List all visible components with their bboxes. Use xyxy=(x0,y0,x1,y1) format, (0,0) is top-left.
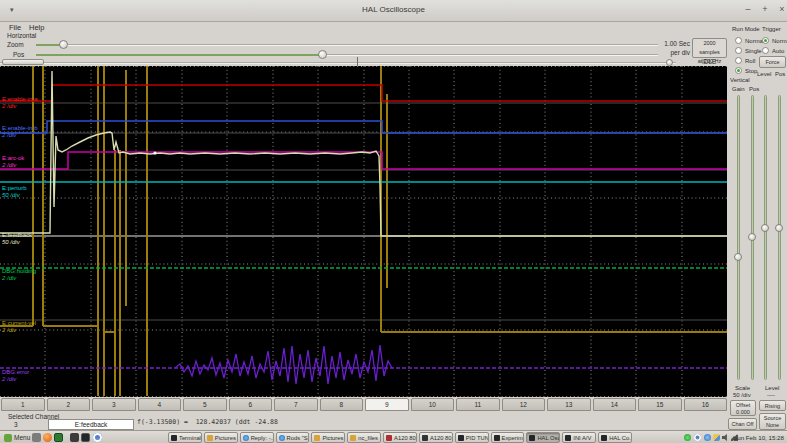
channel-tab-12[interactable]: 12 xyxy=(502,398,546,411)
channel-label-feedback: E:feedback50 /div xyxy=(2,232,32,246)
trigger-pos-slider-thumb[interactable] xyxy=(775,224,783,232)
pos-slider-thumb[interactable] xyxy=(318,50,327,59)
vertical-gain-label: Gain xyxy=(732,86,745,92)
channel-tab-1[interactable]: 1 xyxy=(1,398,45,411)
taskbar-window-ini-av[interactable]: INI A/V xyxy=(562,432,596,443)
vertical-pos-label: Pos xyxy=(749,86,759,92)
maximize-button[interactable]: + xyxy=(759,4,771,14)
samples-rate-button[interactable]: 2000 samples at 200 Hz xyxy=(692,38,727,58)
taskbar-clock[interactable]: Sun Feb 10, 15:28 xyxy=(733,434,784,441)
browser-icon xyxy=(243,435,249,441)
gain-slider-thumb[interactable] xyxy=(734,253,742,261)
terminal-icon xyxy=(458,435,464,441)
channel-label-error: DBG:error2 /div xyxy=(2,369,29,383)
scope-display[interactable]: E:enable-in-a2 /div E:enable-in-b2 /div … xyxy=(0,66,727,397)
title-bar[interactable]: ▾ HAL Oscilloscope – + × xyxy=(0,0,787,22)
zoom-slider-thumb[interactable] xyxy=(59,40,68,49)
taskbar-window-a120-1[interactable]: A120 80... xyxy=(383,432,417,443)
channel-tab-10[interactable]: 10 xyxy=(411,398,455,411)
sweep-scrollbar-knob[interactable] xyxy=(666,59,673,66)
trigger-radio-normal[interactable] xyxy=(762,37,769,44)
terminal-icon xyxy=(494,435,500,441)
channel-tab-6[interactable]: 6 xyxy=(229,398,273,411)
scale-label: Scale xyxy=(735,385,750,391)
run-mode-radio-roll[interactable] xyxy=(735,57,742,64)
trigger-radio-auto[interactable] xyxy=(762,47,769,54)
channel-tab-4[interactable]: 4 xyxy=(138,398,182,411)
files-launcher-icon[interactable] xyxy=(70,433,79,442)
trigger-level-slider-thumb[interactable] xyxy=(761,224,769,232)
cursor-marker-dot xyxy=(153,151,156,154)
channel-tab-3[interactable]: 3 xyxy=(92,398,136,411)
taskbar-window-pictures[interactable]: Pictures xyxy=(204,432,238,443)
trigger-level-slider-track[interactable] xyxy=(764,95,767,380)
pos-label: Pos xyxy=(13,51,24,58)
sweep-scrollbar[interactable] xyxy=(0,62,676,64)
gain-slider-track[interactable] xyxy=(737,95,740,380)
trigger-option-normal[interactable]: Normal xyxy=(772,38,787,44)
trigger-source-button[interactable]: Source None xyxy=(759,413,786,430)
minimize-button[interactable]: – xyxy=(742,4,754,14)
firefox-launcher-icon[interactable] xyxy=(43,433,52,442)
taskbar-window-a120-2[interactable]: A120 80... xyxy=(419,432,453,443)
trigger-pos-slider-track[interactable] xyxy=(778,95,781,380)
channel-tab-2[interactable]: 2 xyxy=(47,398,91,411)
start-menu-button[interactable]: Menu xyxy=(1,432,33,443)
run-mode-option-stop[interactable]: Stop xyxy=(745,68,757,74)
channel-tab-9[interactable]: 9 xyxy=(365,398,409,411)
channel-tab-11[interactable]: 11 xyxy=(456,398,500,411)
channel-tab-15[interactable]: 15 xyxy=(638,398,682,411)
sweep-scrollbar-thumb[interactable] xyxy=(2,59,44,65)
selected-channel-input[interactable]: E:feedback xyxy=(48,419,134,430)
channel-tab-14[interactable]: 14 xyxy=(593,398,637,411)
zoom-label: Zoom xyxy=(7,41,24,48)
vertical-pos-slider-thumb[interactable] xyxy=(748,233,756,241)
trigger-option-auto[interactable]: Auto xyxy=(772,48,784,54)
chan-off-button[interactable]: Chan Off xyxy=(728,418,757,430)
chrome-launcher-icon[interactable] xyxy=(93,433,102,442)
display-launcher-icon[interactable] xyxy=(54,433,63,442)
run-mode-option-roll[interactable]: Roll xyxy=(745,58,755,64)
pos-slider-fill xyxy=(36,54,322,56)
taskbar-window-hal-osc[interactable]: HAL Osc... xyxy=(526,432,560,443)
channel-label-arc-ok: E:arc-ok2 /div xyxy=(2,155,24,169)
chrome-tray-icon[interactable] xyxy=(694,434,701,441)
taskbar-window-reply[interactable]: Reply: -... xyxy=(240,432,274,443)
channel-label-holding: DBG:holding2 /div xyxy=(2,268,36,282)
taskbar-window-terminal[interactable]: Terminal xyxy=(168,432,202,443)
taskbar-window-hal-co[interactable]: HAL Co... xyxy=(598,432,632,443)
pencil-launcher-icon[interactable] xyxy=(32,433,41,442)
close-button[interactable]: × xyxy=(776,4,787,14)
offset-button[interactable]: Offset 0.000 xyxy=(730,400,756,416)
taskbar-window-pid-tune[interactable]: PID TUNE xyxy=(455,432,489,443)
channel-tab-5[interactable]: 5 xyxy=(183,398,227,411)
per-div-value: 1.00 Sec xyxy=(664,40,690,47)
trigger-level-label: Level xyxy=(757,71,771,77)
zoom-slider-track[interactable] xyxy=(36,44,658,46)
run-mode-radio-stop[interactable] xyxy=(735,67,742,74)
taskbar-window-rods[interactable]: Rods "S... xyxy=(276,432,310,443)
trigger-edge-button[interactable]: Rising xyxy=(759,400,786,411)
cloud-sync-tray-icon[interactable] xyxy=(713,434,720,441)
channel-tab-7[interactable]: 7 xyxy=(274,398,318,411)
channel-tab-13[interactable]: 13 xyxy=(547,398,591,411)
trigger-position-marker xyxy=(357,57,358,66)
sweep-status: IDLE xyxy=(702,58,716,65)
taskbar-window-nc-files[interactable]: nc_files xyxy=(347,432,381,443)
channel-tab-8[interactable]: 8 xyxy=(320,398,364,411)
syncthing-tray-icon[interactable] xyxy=(684,434,691,441)
folder-icon xyxy=(314,435,320,441)
run-mode-radio-single[interactable] xyxy=(735,47,742,54)
screenshot-launcher-icon[interactable] xyxy=(81,433,90,442)
taskbar-window-pictures-2[interactable]: Pictures xyxy=(311,432,345,443)
level-value: ---- xyxy=(767,392,775,398)
force-trigger-button[interactable]: Force xyxy=(759,56,786,68)
run-mode-radio-normal[interactable] xyxy=(735,37,742,44)
channel-tab-16[interactable]: 16 xyxy=(684,398,728,411)
bluetooth-tray-icon[interactable] xyxy=(704,434,711,441)
taskbar-window-experim[interactable]: Experim... xyxy=(491,432,525,443)
channel-tab-bar: 1 2 3 4 5 6 7 8 9 10 11 12 13 14 15 16 xyxy=(1,398,727,411)
run-mode-option-single[interactable]: Single xyxy=(745,48,762,54)
window-list: Terminal Pictures Reply: -... Rods "S...… xyxy=(168,432,632,443)
volume-tray-icon[interactable] xyxy=(722,434,729,441)
